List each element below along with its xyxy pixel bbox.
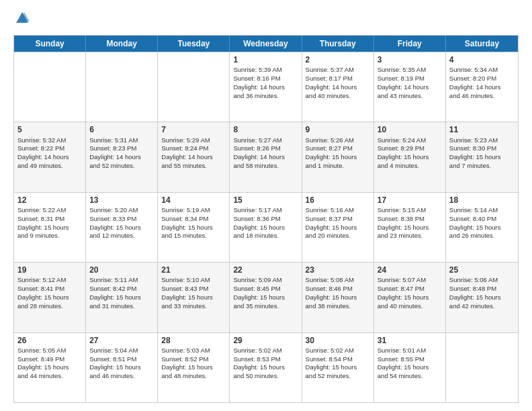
day-info-line: Daylight: 15 hours (17, 293, 82, 302)
day-info-line: Sunrise: 5:09 AM (233, 276, 298, 285)
calendar-body: 1Sunrise: 5:39 AMSunset: 8:16 PMDaylight… (14, 52, 518, 402)
day-info-line: and 15 minutes. (161, 232, 226, 240)
day-number: 26 (17, 335, 82, 346)
day-number: 2 (306, 54, 370, 65)
day-number: 31 (378, 335, 442, 346)
day-info-line: Daylight: 14 hours (449, 83, 515, 92)
day-info-line: and 1 minute. (306, 162, 370, 171)
day-number: 18 (449, 195, 515, 205)
day-info-line: Sunset: 8:34 PM (161, 215, 226, 224)
day-info-line: Sunset: 8:42 PM (89, 285, 154, 293)
day-info-line: Daylight: 15 hours (17, 224, 82, 232)
day-info-line: Sunset: 8:24 PM (161, 144, 226, 153)
calendar: SundayMondayTuesdayWednesdayThursdayFrid… (13, 35, 519, 403)
day-number: 28 (161, 335, 226, 346)
day-info-line: Sunrise: 5:06 AM (449, 276, 515, 285)
day-info-line: Sunset: 8:38 PM (378, 215, 442, 224)
day-info-line: and 40 minutes. (378, 302, 442, 311)
day-number: 15 (233, 195, 298, 205)
day-info-line: Sunrise: 5:19 AM (161, 206, 226, 215)
day-info-line: and 36 minutes. (233, 92, 298, 101)
day-info-line: Sunrise: 5:01 AM (378, 347, 442, 355)
day-info-line: Daylight: 15 hours (306, 224, 370, 232)
day-info-line: Daylight: 14 hours (378, 83, 442, 92)
day-info-line: and 43 minutes. (378, 92, 442, 101)
day-number: 19 (17, 265, 82, 275)
day-info-line: Sunset: 8:36 PM (233, 215, 298, 224)
day-cell-27: 27Sunrise: 5:04 AMSunset: 8:51 PMDayligh… (86, 333, 158, 402)
day-number: 11 (449, 124, 515, 135)
day-info-line: Sunrise: 5:14 AM (449, 206, 515, 215)
day-number: 16 (306, 195, 370, 205)
day-number: 23 (306, 265, 370, 275)
day-info-line: Sunrise: 5:15 AM (378, 206, 442, 215)
day-info-line: Sunset: 8:52 PM (161, 355, 226, 364)
day-cell-2: 2Sunrise: 5:37 AMSunset: 8:17 PMDaylight… (302, 52, 374, 122)
day-number: 6 (89, 124, 154, 135)
day-info-line: Sunset: 8:37 PM (306, 215, 370, 224)
day-info-line: Sunset: 8:19 PM (378, 75, 442, 83)
day-number: 12 (17, 195, 82, 205)
day-info-line: and 33 minutes. (161, 302, 226, 311)
day-number: 4 (449, 54, 515, 65)
day-info-line: Sunrise: 5:12 AM (17, 276, 82, 285)
empty-cell-0-0 (14, 52, 86, 122)
logo-icon (15, 11, 30, 26)
day-info-line: Daylight: 15 hours (449, 224, 515, 232)
day-info-line: Daylight: 15 hours (17, 363, 82, 372)
empty-cell-4-6 (446, 333, 518, 402)
day-info-line: Sunset: 8:41 PM (17, 285, 82, 293)
day-info-line: Sunrise: 5:37 AM (306, 66, 370, 75)
day-number: 29 (233, 335, 298, 346)
day-info-line: Sunset: 8:53 PM (233, 355, 298, 364)
day-info-line: Sunset: 8:17 PM (306, 75, 370, 83)
day-info-line: Sunset: 8:31 PM (17, 215, 82, 224)
day-info-line: Daylight: 15 hours (233, 363, 298, 372)
day-cell-23: 23Sunrise: 5:08 AMSunset: 8:46 PMDayligh… (302, 263, 374, 332)
day-info-line: Sunrise: 5:29 AM (161, 136, 226, 145)
day-info-line: Sunrise: 5:32 AM (17, 136, 82, 145)
day-number: 1 (233, 54, 298, 65)
calendar-row-4: 26Sunrise: 5:05 AMSunset: 8:49 PMDayligh… (14, 332, 518, 402)
day-number: 22 (233, 265, 298, 275)
day-info-line: Daylight: 15 hours (233, 224, 298, 232)
day-info-line: Sunrise: 5:39 AM (233, 66, 298, 75)
day-number: 27 (89, 335, 154, 346)
day-cell-19: 19Sunrise: 5:12 AMSunset: 8:41 PMDayligh… (14, 263, 86, 332)
calendar-row-0: 1Sunrise: 5:39 AMSunset: 8:16 PMDaylight… (14, 52, 518, 122)
day-info-line: Sunrise: 5:11 AM (89, 276, 154, 285)
day-cell-12: 12Sunrise: 5:22 AMSunset: 8:31 PMDayligh… (14, 193, 86, 262)
day-info-line: Daylight: 14 hours (17, 153, 82, 162)
day-number: 14 (161, 195, 226, 205)
day-info-line: and 52 minutes. (89, 162, 154, 171)
day-info-line: Sunrise: 5:05 AM (17, 347, 82, 355)
day-cell-25: 25Sunrise: 5:06 AMSunset: 8:48 PMDayligh… (446, 263, 518, 332)
weekday-header-saturday: Saturday (446, 36, 518, 52)
day-cell-20: 20Sunrise: 5:11 AMSunset: 8:42 PMDayligh… (86, 263, 158, 332)
day-info-line: Daylight: 14 hours (306, 83, 370, 92)
weekday-header-friday: Friday (374, 36, 446, 52)
day-number: 5 (17, 124, 82, 135)
day-number: 24 (378, 265, 442, 275)
day-info-line: Sunset: 8:29 PM (378, 144, 442, 153)
day-cell-10: 10Sunrise: 5:24 AMSunset: 8:29 PMDayligh… (374, 122, 446, 191)
day-info-line: Daylight: 15 hours (306, 363, 370, 372)
day-info-line: Daylight: 14 hours (233, 153, 298, 162)
day-info-line: Sunrise: 5:35 AM (378, 66, 442, 75)
day-info-line: Sunrise: 5:24 AM (378, 136, 442, 145)
day-info-line: and 26 minutes. (449, 232, 515, 240)
day-cell-29: 29Sunrise: 5:02 AMSunset: 8:53 PMDayligh… (230, 333, 302, 402)
day-info-line: Sunrise: 5:10 AM (161, 276, 226, 285)
weekday-header-wednesday: Wednesday (230, 36, 302, 52)
day-info-line: Daylight: 15 hours (233, 293, 298, 302)
day-cell-24: 24Sunrise: 5:07 AMSunset: 8:47 PMDayligh… (374, 263, 446, 332)
day-info-line: and 31 minutes. (89, 302, 154, 311)
day-info-line: Sunrise: 5:07 AM (378, 276, 442, 285)
day-info-line: Daylight: 15 hours (161, 224, 226, 232)
day-info-line: Daylight: 15 hours (449, 153, 515, 162)
day-cell-9: 9Sunrise: 5:26 AMSunset: 8:27 PMDaylight… (302, 122, 374, 191)
day-info-line: Sunrise: 5:31 AM (89, 136, 154, 145)
day-info-line: and 38 minutes. (306, 302, 370, 311)
day-info-line: Daylight: 15 hours (89, 363, 154, 372)
day-info-line: Sunrise: 5:02 AM (306, 347, 370, 355)
